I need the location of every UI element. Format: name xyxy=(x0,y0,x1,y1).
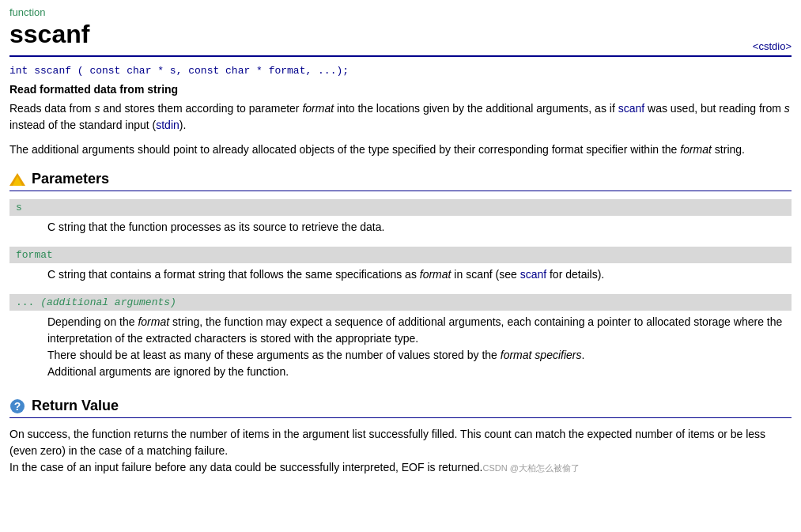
parameters-section-header: Parameters xyxy=(9,171,792,191)
format-italic-4: format xyxy=(138,315,169,328)
svg-text:?: ? xyxy=(14,400,21,413)
scanf-link-1[interactable]: scanf xyxy=(618,102,644,115)
param-additional-name: ... (additional arguments) xyxy=(9,294,792,311)
function-name: sscanf xyxy=(9,20,89,49)
format-italic-3: format xyxy=(420,268,452,281)
param-s-name: s xyxy=(9,199,792,216)
description-para1: Reads data from s and stores them accord… xyxy=(9,100,792,134)
param-format-name: format xyxy=(9,247,792,263)
param-s-block: s C string that the function processes a… xyxy=(9,199,792,240)
param-additional-desc: Depending on the format string, the func… xyxy=(9,311,792,385)
param-s-desc: C string that the function processes as … xyxy=(9,216,792,240)
description-para2: The additional arguments should point to… xyxy=(9,141,792,158)
parameters-title: Parameters xyxy=(32,171,109,187)
return-icon: ? xyxy=(9,398,25,414)
format-italic-2: format xyxy=(680,143,712,156)
format-italic-1: format xyxy=(302,102,334,115)
description-title: Read formatted data from string xyxy=(9,83,792,96)
function-label: function xyxy=(9,6,792,18)
parameters-icon xyxy=(9,172,25,187)
format-specifiers-italic: format specifiers xyxy=(501,349,582,361)
s-italic-2: s xyxy=(784,102,790,115)
additional-italic: (additional arguments) xyxy=(40,296,176,308)
param-format-desc: C string that contains a format string t… xyxy=(9,263,792,288)
stdin-link[interactable]: stdin xyxy=(156,119,179,131)
function-signature: int sscanf ( const char * s, const char … xyxy=(9,65,792,77)
return-para: On success, the function returns the num… xyxy=(9,426,792,476)
return-section-header: ? Return Value xyxy=(9,398,792,418)
header-row: sscanf <cstdio> xyxy=(9,20,792,57)
scanf-link-2[interactable]: scanf xyxy=(520,268,546,281)
param-additional-block: ... (additional arguments) Depending on … xyxy=(9,294,792,385)
return-title: Return Value xyxy=(32,398,119,414)
param-format-block: format C string that contains a format s… xyxy=(9,247,792,288)
s-italic: s xyxy=(94,102,100,115)
cstdio-link[interactable]: <cstdio> xyxy=(753,40,792,52)
watermark: CSDN @大柏怎么被偷了 xyxy=(482,463,579,473)
